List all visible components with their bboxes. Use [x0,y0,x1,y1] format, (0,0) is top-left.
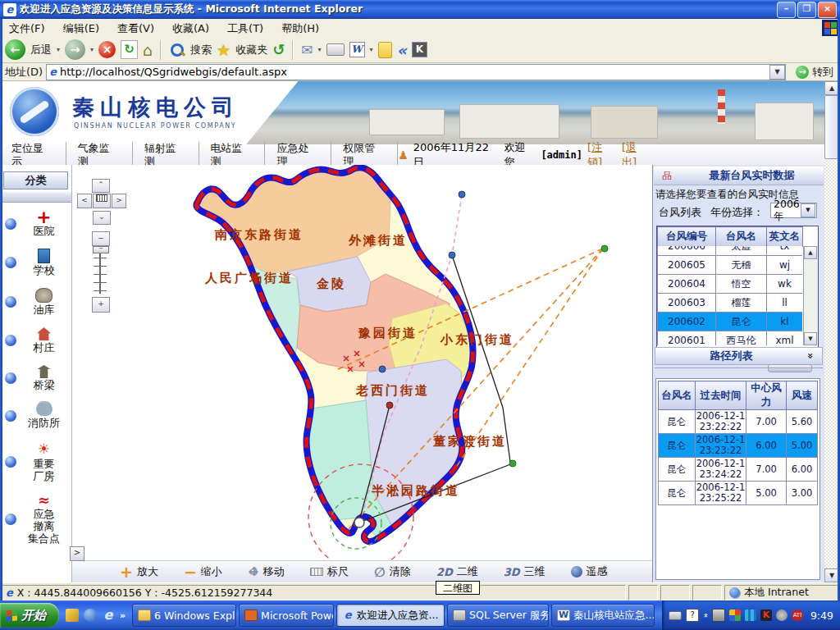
table-cell[interactable]: 200601 [658,331,716,346]
table-row[interactable]: 昆仑2006-12-1 23:22:227.005.60 [659,410,818,434]
tray-collapse-icon[interactable]: » [701,613,710,618]
map-tool-移动[interactable]: ↔移动 [248,564,285,579]
table-cell[interactable]: 200603 [658,294,716,313]
table-cell[interactable]: 昆仑 [659,410,696,434]
sidebar-item[interactable]: 应急 撤离 集合点 [5,494,71,545]
keyboard-tray-icon[interactable] [669,611,682,620]
zoom-in-button[interactable]: + [92,297,110,313]
table-cell[interactable]: 7.00 [746,410,787,434]
map-tool-清除[interactable]: ∅清除 [374,564,411,580]
taskbar-window-button[interactable]: W秦山核电站应急... [551,604,655,627]
year-dropdown-icon[interactable]: ▼ [801,203,815,217]
menu-edit[interactable]: 编辑(E) [54,20,108,37]
table-cell[interactable]: xml [767,331,803,346]
tab-permission[interactable]: 权限管理 [331,142,398,168]
forward-icon[interactable]: → [65,39,85,60]
address-dropdown-icon[interactable]: ▼ [769,65,785,80]
table-cell[interactable]: 5.00 [746,482,787,505]
taskbar-window-button[interactable]: SQL Server 服务... [447,604,549,627]
map-tool-放大[interactable]: +放大 [120,563,158,581]
quick-launch-icon[interactable] [84,609,97,622]
zoom-out-button[interactable]: − [92,231,110,246]
chevron-collapse-icon[interactable]: » [805,353,816,359]
scroll-down-icon[interactable]: ▼ [804,332,817,345]
table-row[interactable]: 200605无稽wj [658,256,803,275]
year-select[interactable]: 2006年 ▼ [770,203,817,218]
map-canvas[interactable]: 南京东路街道外滩街道人民广场街道金陵豫园街道小东门街道老西门街道董家渡街道半淞园… [72,165,652,582]
table-cell[interactable]: wj [767,256,803,275]
tab-weather[interactable]: 气象监测 [66,142,133,168]
sidebar-item[interactable]: 医院 [5,211,71,237]
edit-word-icon[interactable]: W [349,42,365,57]
menu-view[interactable]: 查看(V) [108,20,163,37]
print-icon[interactable] [326,43,345,56]
ie-quick-launch-icon[interactable]: e [102,609,115,622]
splitter-grip[interactable] [768,364,812,372]
scroll-up-icon[interactable]: ▲ [804,246,817,259]
edit-dropdown-icon[interactable]: ▾ [370,46,373,53]
grid-tray-icon[interactable] [745,609,756,621]
stop-icon[interactable]: × [98,41,116,58]
map-tool-遥感[interactable]: 遥感 [571,564,608,579]
pan-left-button[interactable]: < [77,194,92,208]
table-cell[interactable]: 悟空 [716,275,767,294]
table-cell[interactable]: 3.00 [787,482,818,505]
minimize-button[interactable]: – [777,2,796,18]
zoom-slider[interactable]: − [92,248,110,295]
quick-launch-overflow-icon[interactable]: » [120,610,126,621]
taskbar-window-button[interactable]: e欢迎进入应急资... [336,604,445,627]
map-tool-标尺[interactable]: 标尺 [310,564,349,579]
search-label[interactable]: 搜索 [190,43,212,57]
table-row[interactable]: 昆仑2006-12-1 23:24:227.006.00 [659,458,818,482]
table-cell[interactable]: kl [767,313,803,331]
tab-locate[interactable]: 定位显示 [0,142,66,168]
menu-file[interactable]: 文件(F) [0,20,54,37]
table-cell[interactable]: 200602 [658,313,716,331]
taskbar-window-button[interactable]: 6 Windows Expl...▼ [132,604,236,627]
table-cell[interactable]: 2006-12-1 23:22:22 [696,410,746,434]
table-cell[interactable]: 无稽 [716,256,767,275]
menu-tools[interactable]: 工具(T) [218,20,272,37]
search-icon[interactable] [169,42,185,58]
map-tool-缩小[interactable]: −缩小 [184,563,222,581]
table-cell[interactable]: 5.00 [787,434,818,458]
table-cell[interactable]: 200604 [658,275,716,294]
start-button[interactable]: 开始 [0,603,59,628]
menu-favorites[interactable]: 收藏(A) [163,20,218,37]
table-row[interactable]: 昆仑2006-12-1 23:23:226.005.00 [659,434,818,458]
table-cell[interactable]: 昆仑 [659,482,696,505]
favorites-label[interactable]: 收藏夹 [235,43,267,57]
pan-down-button[interactable]: ⌄ [93,211,111,225]
map-area[interactable]: 南京东路街道外滩街道人民广场街道金陵豫园街道小东门街道老西门街道董家渡街道半淞园… [72,165,652,582]
mail-icon[interactable]: ✉ [301,42,313,58]
table-cell[interactable]: ll [767,294,803,313]
table-cell[interactable]: 西马伦 [716,331,767,346]
typhoon-table-scrollbar[interactable]: ▲ ▼ [803,246,818,345]
table-row[interactable]: 200602昆仑kl [658,313,803,331]
sidebar-item[interactable]: 学校 [5,249,71,276]
pan-up-button[interactable]: ⌃ [92,179,110,193]
table-cell[interactable]: 5.60 [787,410,818,434]
table-cell[interactable]: 太虚 [716,246,767,256]
sidebar-expand-button[interactable]: > [70,546,84,561]
ruler-button[interactable] [93,194,111,208]
flashget-icon[interactable]: « [397,41,407,59]
sidebar-item[interactable]: 桥梁 [5,365,71,391]
table-cell[interactable]: 2006-12-1 23:23:22 [696,434,746,458]
k-tool-icon[interactable]: K [412,42,427,57]
table-cell[interactable]: tx [767,246,803,256]
table-cell[interactable]: 6.00 [787,458,818,482]
category-header[interactable]: 分类 [3,171,68,189]
table-row[interactable]: 200606太虚tx [658,246,803,256]
antivirus-k-tray-icon[interactable]: K [760,609,772,621]
table-cell[interactable]: 榴莲 [716,294,767,313]
sidebar-item[interactable]: 村庄 [5,327,71,354]
ati-tray-icon[interactable]: ATI [792,609,803,621]
forward-dropdown-icon[interactable]: ▾ [90,46,94,53]
taskbar-window-button[interactable]: Microsoft PowerP... [239,604,334,627]
table-row[interactable]: 昆仑2006-12-1 23:25:225.003.00 [659,482,818,505]
tab-station[interactable]: 电站监测 [199,142,266,168]
address-url[interactable]: http://localhost/QSgridwebgis/default.as… [60,66,766,78]
round-tray-icon[interactable] [776,609,788,621]
table-cell[interactable]: 昆仑 [659,434,696,458]
